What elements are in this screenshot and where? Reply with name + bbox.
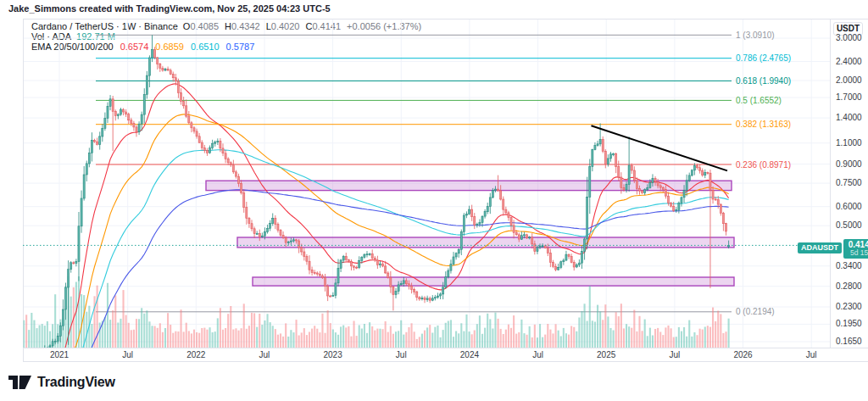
price-tick-label: 0.7500 [836,179,862,187]
time-tick-label: 2023 [323,351,342,359]
fib-level-label: 0.786 (2.4765) [736,54,791,63]
time-tick-label: 2021 [50,351,69,359]
price-tick-label: 3.0000 [836,34,862,42]
fib-retracement-lines[interactable] [96,35,732,312]
time-tick-label: Jul [122,351,133,359]
price-axis[interactable]: USDT 3.00002.40002.00001.70001.40001.100… [830,19,868,348]
price-tick-label: 1.7000 [836,93,862,102]
fib-level-label: 0.382 (1.3163) [736,120,791,129]
time-tick-label: 2022 [186,351,205,359]
time-tick-label: Jul [669,351,680,359]
price-tick-label: 0.2800 [836,282,862,291]
fib-level-label: 0.618 (1.9940) [736,77,791,86]
price-tick-label: 0.9000 [836,160,862,169]
badge-symbol: ADAUSDT [798,242,842,253]
price-tick-label: 0.3400 [836,262,862,270]
price-tick-label: 0.2300 [836,303,862,311]
price-tick-label: 0.6000 [836,203,862,211]
time-tick-label: 2026 [733,351,752,359]
price-tick-label: 1.4000 [836,114,862,122]
fib-level-label: 0 (0.2194) [736,308,775,316]
time-tick-label: 2025 [597,351,615,359]
price-tick-label: 0.5000 [836,221,862,230]
price-tick-label: 0.1950 [836,320,862,328]
time-axis[interactable]: 2021Jul2022Jul2023Jul2024Jul2025Jul2026J… [23,348,868,361]
time-tick-label: 2024 [460,351,479,359]
last-price-badge: ADAUSDT 0.4141 5d 15h [798,239,868,259]
price-tick-label: 0.1650 [836,337,862,346]
time-tick-label: Jul [259,351,270,359]
price-tick-label: 2.4000 [836,58,862,66]
time-tick-label: Jul [532,351,543,359]
badge-countdown: 5d 15h [843,249,868,257]
fib-level-label: 0.5 (1.6552) [736,97,782,105]
time-tick-label: Jul [396,351,407,359]
price-tick-label: 1.1000 [836,139,862,148]
price-tick-label: 2.0000 [836,76,862,85]
tradingview-chart-page: Jake_Simmons created with TradingView.co… [0,0,868,401]
badge-price: 0.4141 5d 15h [843,239,868,259]
fib-level-label: 1 (3.0910) [736,31,775,40]
time-tick-label: Jul [806,351,817,359]
fib-level-label: 0.236 (0.8971) [736,161,791,170]
